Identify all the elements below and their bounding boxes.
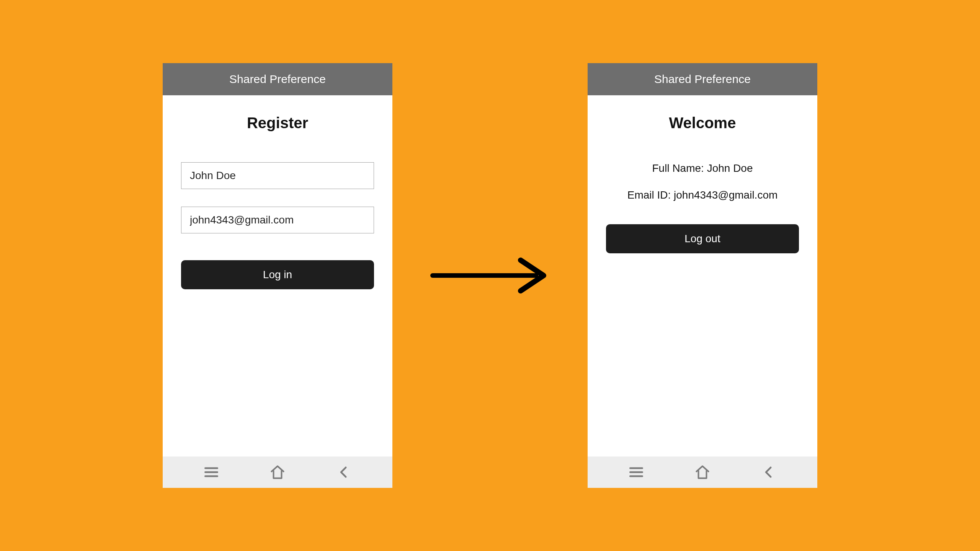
logout-button[interactable]: Log out [606,224,799,253]
menu-icon[interactable] [628,464,644,480]
appbar-title: Shared Preference [654,73,751,86]
page-title: Register [247,114,308,132]
email-input[interactable] [181,207,374,233]
back-icon[interactable] [761,464,777,480]
android-navbar [588,456,817,488]
appbar-title: Shared Preference [229,73,326,86]
appbar: Shared Preference [163,63,392,95]
home-icon[interactable] [694,464,710,480]
appbar: Shared Preference [588,63,817,95]
android-navbar [163,456,392,488]
phone-register: Shared Preference Register Log in [163,63,392,488]
home-icon[interactable] [270,464,286,480]
email-label: Email ID: john4343@gmail.com [627,189,778,201]
menu-icon[interactable] [203,464,219,480]
fullname-label: Full Name: John Doe [652,162,753,174]
register-content: Register Log in [163,95,392,456]
welcome-content: Welcome Full Name: John Doe Email ID: jo… [588,95,817,456]
name-input[interactable] [181,162,374,189]
arrow-right-icon [427,254,553,297]
login-button[interactable]: Log in [181,260,374,289]
page-title: Welcome [669,114,736,132]
phone-welcome: Shared Preference Welcome Full Name: Joh… [588,63,817,488]
back-icon[interactable] [336,464,352,480]
diagram-canvas: Shared Preference Register Log in [0,0,980,551]
